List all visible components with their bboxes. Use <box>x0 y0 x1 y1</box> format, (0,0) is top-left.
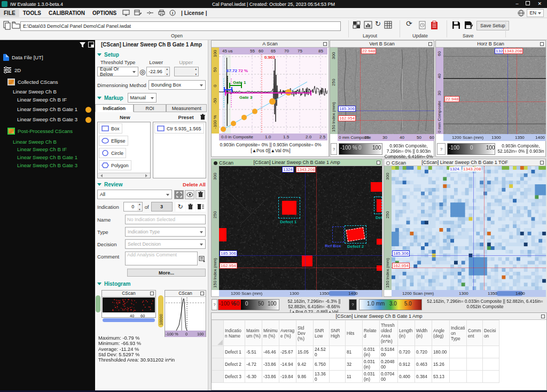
defect2-box[interactable] <box>345 225 366 244</box>
cscan-thumbnail-image[interactable] <box>103 297 155 312</box>
column-header[interactable]: SNR High <box>330 320 346 346</box>
chart-window-icon[interactable] <box>364 21 372 29</box>
table-icon[interactable] <box>384 21 392 29</box>
vertb-image[interactable]: 22.948 185.306 162.954 <box>338 48 434 134</box>
horizontal-scrollbar[interactable] <box>98 173 150 178</box>
file-path-input[interactable] <box>20 21 341 31</box>
history-doc-icon[interactable] <box>418 21 426 30</box>
sidebar-item-post-processed-cscans[interactable]: Post-Processed CScans <box>7 128 73 135</box>
horzb-colorbar[interactable]: -1000100 <box>447 143 495 155</box>
cscan-tof-colorbar[interactable]: 1.0 mm3.05.0 <box>359 299 422 310</box>
help-button[interactable]: ? <box>331 143 337 155</box>
table-row[interactable]: Defect 3-6.30-33.86-19.849.8613.360110.0… <box>212 371 499 383</box>
blue-cursor-hline[interactable] <box>219 255 382 256</box>
spinner-arrows[interactable]: ▲▼ <box>165 67 169 76</box>
select-all-cell[interactable] <box>212 320 224 346</box>
preset-item[interactable]: Ctr 5.935_1.565 <box>154 123 204 134</box>
table-row[interactable]: Defect 2-4.72-33.86-14.949.426.750320.03… <box>212 358 499 371</box>
target-icon[interactable]: ◎ <box>139 68 145 76</box>
column-header[interactable]: Comment <box>467 320 483 346</box>
maximize-icon[interactable] <box>541 315 545 318</box>
language-select[interactable]: EN <box>527 9 544 17</box>
menu-calibration[interactable]: CALIBRATION <box>45 9 89 17</box>
column-header[interactable]: Decision <box>483 320 499 346</box>
blue-cursor-vline[interactable] <box>507 48 508 134</box>
review-section-header[interactable]: Review Delete All <box>97 181 206 188</box>
scroll-left-icon[interactable] <box>99 174 103 177</box>
menu-options[interactable]: OPTIONS <box>89 9 120 17</box>
blue-cursor-hline[interactable] <box>392 255 546 256</box>
connector-icon[interactable] <box>146 10 154 15</box>
column-header[interactable]: Width (in) <box>415 320 432 346</box>
indication-type-select[interactable]: Indication Type <box>125 227 206 237</box>
setup-section-header[interactable]: Setup <box>97 51 206 58</box>
decision-select[interactable]: Select Decision <box>125 239 206 249</box>
restore-button[interactable] <box>526 1 530 5</box>
red-cursor-hline[interactable] <box>219 268 382 268</box>
ascan-plot[interactable]: 0.903 67.72 72 % Gate 1 Gate 3 <box>219 54 327 134</box>
sidebar-item-data-file-ut-[interactable]: Data File [UT] <box>3 54 43 61</box>
tab-measurement[interactable]: Measurement <box>166 104 207 112</box>
maximize-icon[interactable] <box>540 42 544 46</box>
sidebar-item-collected-cscans[interactable]: Collected CScans <box>7 79 58 85</box>
vertb-colorbar[interactable]: -100 %0100 <box>339 143 382 155</box>
maximize-icon[interactable] <box>377 161 380 164</box>
table-row[interactable]: Defect 1-5.51-46.46-25.6715.0524.520810.… <box>212 346 499 358</box>
shape-tool-polygon[interactable]: Polygon <box>99 160 131 170</box>
blue-cursor-vline[interactable] <box>473 166 474 290</box>
save-as-icon[interactable] <box>464 21 473 29</box>
dimensioning-method-select[interactable]: Bounding Box <box>149 80 206 90</box>
save-setup-button[interactable]: Save Setup <box>476 21 509 30</box>
minimize-button[interactable]: – <box>515 1 518 7</box>
cscan-amp-colorbar[interactable]: -100 %-50050100 <box>218 299 279 310</box>
histogram-thumb-plot[interactable]: CScan -100 %0100 <box>165 290 206 337</box>
red-cursor-vline[interactable] <box>484 166 485 290</box>
sidebar-item-linear-sweep-ch-b-gate-1[interactable]: Linear Sweep Ch B Gate 1 <box>17 154 77 160</box>
horzb-image[interactable]: 1324 1343.208 22.948 <box>443 48 546 134</box>
row-selector[interactable] <box>212 346 224 358</box>
printer-icon[interactable] <box>158 10 165 16</box>
comment-textarea[interactable] <box>125 252 198 265</box>
column-header[interactable]: Thresholded Area (in*in) <box>380 320 398 346</box>
sidebar-item-linear-sweep-ch-b[interactable]: Linear Sweep Ch B <box>13 139 57 145</box>
red-cursor-vline[interactable] <box>316 166 317 290</box>
scroll-right-icon[interactable] <box>145 174 149 177</box>
help-button[interactable]: ? <box>349 299 357 310</box>
column-header[interactable]: Hits <box>346 320 363 346</box>
column-header[interactable]: Indication Name <box>224 320 245 346</box>
zoom-to-fit-icon[interactable] <box>174 190 184 199</box>
row-selector[interactable] <box>212 371 224 383</box>
red-cursor-vline[interactable] <box>360 48 361 134</box>
thumb1-scrollbar[interactable] <box>103 318 155 322</box>
ref-box[interactable] <box>332 226 344 242</box>
cscan-amp-image[interactable]: Defect 1 Ref Box Defect 2 Def 1324 <box>219 166 382 290</box>
grid-layout-icon[interactable] <box>353 21 361 29</box>
maximize-icon[interactable] <box>428 42 432 46</box>
column-header[interactable]: Length (in) <box>398 320 415 346</box>
monitor-icon[interactable] <box>122 10 130 16</box>
shape-tool-ellipse[interactable]: Ellipse <box>99 136 128 146</box>
cscan-tab[interactable]: CScan <box>386 160 406 166</box>
red-cursor-vline[interactable] <box>517 48 517 134</box>
delete-all-button[interactable]: Delete All <box>183 182 206 187</box>
sidebar-item-linear-sweep-ch-b-gate-1[interactable]: Linear Sweep Ch B Gate 1 <box>17 106 77 112</box>
shape-tool-box[interactable]: Box <box>99 123 122 134</box>
blue-cursor-vline[interactable] <box>305 166 306 290</box>
tab-roi[interactable]: ROI <box>134 104 167 112</box>
sidebar-item-linear-sweep-ch-b-if[interactable]: Linear Sweep Ch B IF <box>17 97 67 103</box>
sidebar-item-linear-sweep-ch-b-gate-3[interactable]: Linear Sweep Ch B Gate 3 <box>17 116 77 122</box>
layout-edit-icon[interactable] <box>134 10 142 16</box>
help-button[interactable]: ? <box>212 299 217 310</box>
red-cursor-hline[interactable] <box>392 268 546 268</box>
column-header[interactable]: Maximum (%) <box>245 320 262 346</box>
info-icon[interactable]: i <box>169 10 176 16</box>
help-button[interactable]: ? <box>437 143 446 155</box>
column-header[interactable]: Std Dev (%) <box>296 320 314 346</box>
more-button[interactable]: More... <box>127 269 206 277</box>
trash-icon[interactable] <box>196 190 205 199</box>
refresh-layout-icon[interactable]: ↻ <box>375 20 381 28</box>
cscan-tab[interactable]: CScan <box>214 160 233 166</box>
histogram-thumb1-tab[interactable] <box>96 295 100 312</box>
column-header[interactable]: Related <box>363 320 380 346</box>
shape-tool-circle[interactable]: Circle <box>99 148 126 158</box>
